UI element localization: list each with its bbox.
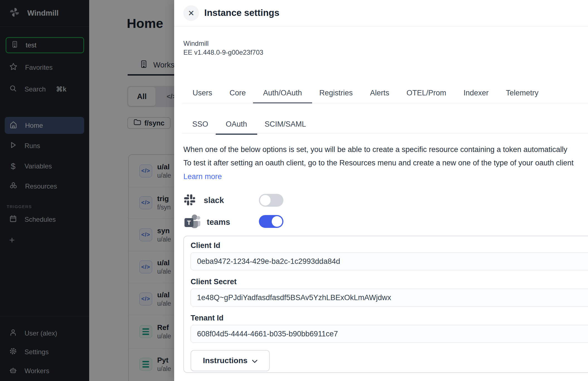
divider (182, 133, 588, 134)
description-line1: When one of the below options is set, yo… (183, 145, 567, 154)
divider (182, 103, 588, 103)
subtab-oauth[interactable]: OAuth (226, 120, 247, 135)
tenant-id-label: Tenant Id (191, 314, 223, 322)
instructions-button[interactable]: Instructions (191, 350, 270, 371)
tab-telemetry[interactable]: Telemetry (506, 89, 538, 102)
svg-text:T: T (187, 219, 191, 226)
toggle-knob (272, 216, 282, 227)
version-text: EE v1.448.0-9-g00e23f703 (183, 48, 263, 57)
settings-tabs: Users Core Auth/OAuth Registries Alerts … (193, 89, 538, 102)
provider-name-slack: slack (204, 196, 224, 205)
toggle-knob (260, 195, 271, 206)
subtab-sso[interactable]: SSO (192, 120, 208, 134)
description-line2: To test it after setting an oauth client… (183, 159, 574, 167)
tab-users[interactable]: Users (193, 89, 212, 102)
client-id-label: Client Id (191, 241, 220, 250)
tab-auth-oauth[interactable]: Auth/OAuth (263, 89, 302, 103)
learn-more-link[interactable]: Learn more (183, 172, 222, 181)
drawer-header: ✕ Instance settings (174, 0, 588, 26)
provider-row-slack: slack (183, 194, 224, 207)
instructions-label: Instructions (203, 356, 247, 365)
tab-alerts[interactable]: Alerts (370, 89, 389, 102)
subtab-scim-saml[interactable]: SCIM/SAML (265, 120, 306, 134)
teams-icon: T (183, 214, 201, 230)
windmill-app: Home Works All </> (0, 0, 588, 381)
tab-otel-prom[interactable]: OTEL/Prom (407, 89, 446, 102)
app-name: Windmill (183, 39, 209, 48)
tab-registries[interactable]: Registries (319, 89, 353, 102)
teams-oauth-panel: Client Id Client Secret Tenant Id Instru… (183, 236, 588, 373)
close-icon[interactable]: ✕ (183, 5, 199, 21)
tab-core[interactable]: Core (230, 89, 246, 102)
chevron-down-icon (252, 356, 257, 365)
teams-toggle[interactable] (259, 215, 283, 228)
slack-toggle[interactable] (259, 194, 283, 207)
provider-row-teams: T teams (183, 214, 230, 230)
provider-name-teams: teams (207, 218, 230, 227)
tab-indexer[interactable]: Indexer (463, 89, 489, 102)
client-id-input[interactable] (191, 252, 588, 270)
tenant-id-input[interactable] (191, 325, 588, 343)
auth-subtabs: SSO OAuth SCIM/SAML (192, 120, 306, 134)
client-secret-input[interactable] (191, 289, 588, 307)
drawer-title: Instance settings (204, 8, 280, 18)
instance-settings-drawer: ✕ Instance settings Windmill EE v1.448.0… (174, 0, 588, 381)
client-secret-label: Client Secret (191, 278, 237, 286)
slack-icon (183, 194, 196, 207)
